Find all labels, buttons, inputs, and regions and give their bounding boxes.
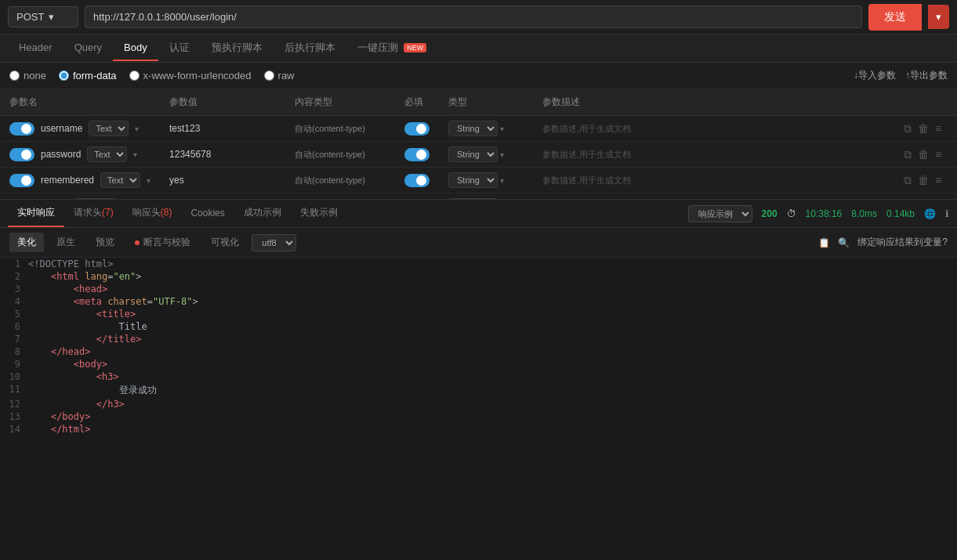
type-dropdown-icon: ▾: [133, 150, 137, 159]
view-actions: 📋 🔍 绑定响应结果到变量?: [818, 236, 948, 249]
line-content: <head>: [28, 284, 107, 294]
param-name-0: username: [41, 123, 82, 134]
response-example-select[interactable]: 响应示例: [688, 205, 752, 222]
line-number: 9: [0, 359, 28, 370]
send-button[interactable]: 发送: [868, 4, 922, 31]
table-header-row: 参数名 参数值 内容类型 必填 类型 参数描述: [0, 89, 957, 116]
code-line: 9 <body>: [0, 358, 957, 370]
toggle-0[interactable]: [9, 122, 34, 135]
required-toggle-1[interactable]: [404, 148, 430, 161]
toggle-1[interactable]: [9, 148, 34, 161]
description-2: 参数描述,用于生成文档: [533, 168, 894, 193]
param-type-select-3[interactable]: Text: [75, 198, 115, 199]
param-value-2: yes: [160, 168, 285, 193]
content-type-0: 自动(content-type): [285, 116, 395, 142]
delete-row-icon-1[interactable]: 🗑: [918, 148, 929, 161]
export-params-button[interactable]: ↑导出参数: [905, 69, 948, 82]
col-required: 必填: [395, 89, 439, 116]
line-content: Title: [28, 321, 147, 332]
search-icon[interactable]: 🔍: [838, 237, 850, 248]
required-toggle-0[interactable]: [404, 122, 430, 135]
tab-query[interactable]: Query: [63, 35, 113, 61]
menu-row-icon-1[interactable]: ≡: [935, 148, 941, 161]
url-input[interactable]: [85, 5, 862, 28]
resp-tab-cookies[interactable]: Cookies: [181, 201, 234, 226]
view-tabs: 美化 原生 预览 断言与校验 可视化 utf8 📋 🔍 绑定响应结果到变量?: [0, 228, 957, 258]
new-badge: NEW: [404, 43, 426, 52]
line-content: 登录成功: [28, 384, 157, 397]
copy-row-icon-0[interactable]: ⧉: [904, 122, 912, 135]
resp-tab-req-headers[interactable]: 请求头(7): [64, 200, 123, 227]
menu-row-icon-0[interactable]: ≡: [935, 122, 941, 135]
data-type-select-1[interactable]: String: [448, 146, 498, 162]
tab-pre-script[interactable]: 预执行脚本: [201, 34, 274, 63]
tab-header[interactable]: Header: [8, 35, 63, 61]
resp-tab-success[interactable]: 成功示例: [234, 200, 291, 227]
view-tab-assertion[interactable]: 断言与校验: [127, 233, 198, 252]
col-actions: [894, 89, 957, 116]
copy-icon[interactable]: 📋: [818, 237, 830, 248]
copy-row-icon-1[interactable]: ⧉: [904, 148, 912, 161]
resp-tab-fail[interactable]: 失败示例: [291, 200, 347, 227]
view-tab-visualize[interactable]: 可视化: [203, 233, 247, 252]
param-type-select-2[interactable]: Text: [100, 172, 140, 188]
code-line: 1 <!DOCTYPE html>: [0, 258, 957, 270]
tab-one-press[interactable]: 一键压测 NEW: [346, 34, 438, 63]
toggle-2[interactable]: [9, 174, 34, 187]
response-time: 10:38:16: [806, 208, 843, 219]
bind-result-button[interactable]: 绑定响应结果到变量?: [857, 236, 948, 249]
param-type-select-1[interactable]: Text: [87, 146, 127, 162]
data-type-select-3[interactable]: String: [448, 198, 498, 199]
response-status-area: 响应示例 200 ⏱ 10:38:16 8.0ms 0.14kb 🌐 ℹ: [688, 205, 949, 222]
type-dropdown-icon: ▾: [147, 176, 150, 185]
data-type-cell-2: String ▾: [439, 168, 533, 193]
radio-form-data[interactable]: form-data: [59, 70, 117, 81]
line-number: 14: [0, 424, 28, 435]
tab-auth[interactable]: 认证: [158, 34, 201, 63]
col-description: 参数描述: [533, 89, 894, 116]
line-number: 8: [0, 346, 28, 357]
data-type-select-0[interactable]: String: [448, 121, 498, 136]
data-type-dropdown-icon: ▾: [500, 125, 504, 133]
line-content: </title>: [28, 334, 142, 345]
delete-row-icon-2[interactable]: 🗑: [918, 174, 929, 186]
required-toggle-2[interactable]: [404, 174, 430, 187]
tab-post-script[interactable]: 后执行脚本: [274, 34, 346, 63]
tab-body[interactable]: Body: [113, 35, 158, 61]
code-line: 12 </h3>: [0, 398, 957, 410]
resp-tab-realtime[interactable]: 实时响应: [8, 200, 64, 227]
line-content: <h3>: [28, 371, 119, 382]
menu-row-icon-2[interactable]: ≡: [935, 174, 941, 186]
table-row: remembered Text ▾ yes 自动(content-type) S…: [0, 168, 957, 193]
radio-raw[interactable]: raw: [264, 70, 295, 81]
code-line: 2 <html lang="en">: [0, 270, 957, 283]
code-line: 5 <title>: [0, 308, 957, 320]
view-tab-raw[interactable]: 原生: [49, 233, 83, 252]
view-tab-preview[interactable]: 预览: [88, 233, 122, 252]
encoding-select[interactable]: utf8: [252, 234, 296, 251]
import-export-area: ↓导入参数 ↑导出参数: [854, 69, 948, 82]
data-type-cell-3: String ▾: [439, 193, 533, 200]
radio-none[interactable]: none: [9, 70, 46, 81]
delete-row-icon-0[interactable]: 🗑: [918, 122, 929, 135]
view-tab-beautify[interactable]: 美化: [9, 233, 44, 252]
import-params-button[interactable]: ↓导入参数: [854, 69, 896, 82]
description-3: 参数描述,用于生成文档: [533, 193, 894, 200]
response-duration: 8.0ms: [851, 208, 877, 219]
copy-row-icon-2[interactable]: ⧉: [904, 174, 912, 187]
params-table: 参数名 参数值 内容类型 必填 类型 参数描述 username: [0, 89, 957, 199]
content-type-2: 自动(content-type): [285, 168, 395, 193]
data-type-select-2[interactable]: String: [448, 172, 498, 188]
line-content: <!DOCTYPE html>: [28, 258, 113, 269]
description-1: 参数描述,用于生成文档: [533, 142, 894, 168]
param-type-select-0[interactable]: Text: [89, 121, 129, 136]
radio-urlencoded[interactable]: x-www-form-urlencoded: [129, 70, 252, 81]
resp-tab-resp-headers[interactable]: 响应头(8): [123, 200, 182, 227]
line-content: </body>: [28, 411, 90, 422]
method-select[interactable]: POST ▾: [8, 6, 78, 27]
line-content: </html>: [28, 424, 90, 435]
send-dropdown-button[interactable]: ▾: [928, 5, 949, 29]
line-content: </head>: [28, 346, 90, 357]
actions-1: ⧉ 🗑 ≡: [894, 142, 957, 168]
globe-icon: 🌐: [924, 208, 936, 219]
